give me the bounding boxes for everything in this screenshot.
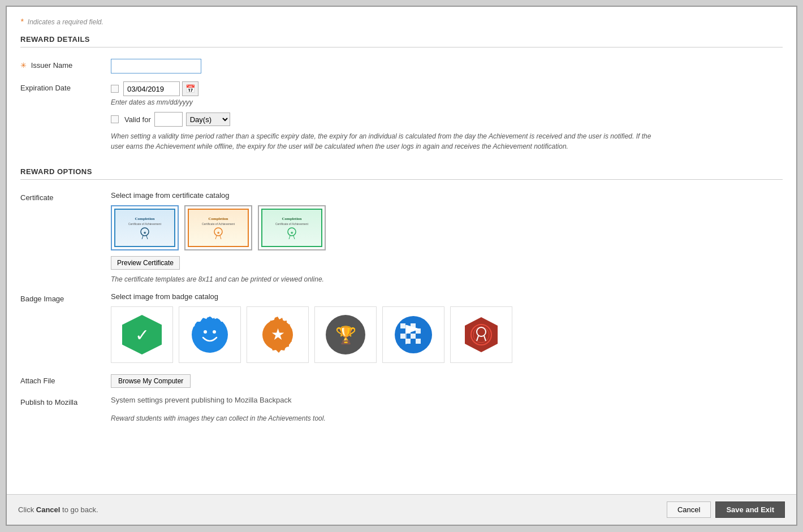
cancel-button[interactable]: Cancel <box>667 501 711 518</box>
badge-image-row: Badge Image Select image from badge cata… <box>20 292 783 363</box>
certificate-note: The certificate templates are 8x11 and c… <box>111 275 783 283</box>
footer-note: Click Cancel to go back. <box>18 505 98 514</box>
certificate-blue[interactable]: Completion Certificate of Achievement ★ <box>111 205 179 250</box>
badge-image-controls: Select image from badge catalog ✓ <box>111 292 783 363</box>
svg-rect-25 <box>400 328 405 334</box>
attach-file-row: Attach File Browse My Computer <box>20 374 783 388</box>
svg-marker-38 <box>465 317 498 352</box>
badge-images-list: ✓ <box>111 306 783 363</box>
svg-rect-32 <box>416 334 421 339</box>
publish-mozilla-controls: System settings prevent publishing to Mo… <box>111 396 783 404</box>
svg-rect-21 <box>400 323 405 328</box>
attach-file-label: Attach File <box>20 374 111 385</box>
valid-for-input[interactable] <box>154 112 183 127</box>
date-hint: Enter dates as mm/dd/yyyy <box>111 98 783 106</box>
svg-text:★: ★ <box>217 231 220 235</box>
svg-rect-24 <box>416 323 421 328</box>
svg-rect-31 <box>411 334 416 339</box>
issuer-required-star: ✳ <box>20 61 27 70</box>
badge-trophy-thumb[interactable]: 🏆 <box>314 306 377 363</box>
expiration-date-label: Expiration Date <box>20 81 111 92</box>
svg-rect-36 <box>416 339 421 344</box>
required-star-icon: * <box>20 17 23 26</box>
svg-line-11 <box>293 236 295 239</box>
publish-mozilla-row: Publish to Mozilla System settings preve… <box>20 396 783 406</box>
expiration-date-checkbox[interactable] <box>111 85 119 93</box>
calendar-icon-button[interactable]: 📅 <box>182 81 198 96</box>
ribbon-green-svg: ★ <box>287 227 297 239</box>
svg-rect-29 <box>400 334 405 339</box>
svg-line-10 <box>289 236 290 239</box>
expiration-date-input[interactable]: 03/04/2019 <box>123 81 180 96</box>
certificate-label: Certificate <box>20 191 111 202</box>
certificate-select-text: Select image from certificate catalog <box>111 191 783 200</box>
issuer-name-row: ✳ Issuer Name <box>20 59 783 73</box>
badge-smiley-thumb[interactable] <box>179 306 241 363</box>
reward-options-title: REWARD OPTIONS <box>20 167 783 180</box>
issuer-name-control <box>111 59 783 73</box>
issuer-name-label: ✳ Issuer Name <box>20 59 111 70</box>
badge-select-text: Select image from badge catalog <box>111 292 783 301</box>
publish-mozilla-label: Publish to Mozilla <box>20 396 111 406</box>
valid-for-unit-select[interactable]: Day(s) Week(s) Month(s) Year(s) <box>186 113 230 126</box>
certificate-green[interactable]: Completion Certificate of Achievement ★ <box>258 205 326 250</box>
badge-trophy-icon: 🏆 <box>326 315 365 354</box>
expiration-date-row: Expiration Date 03/04/2019 📅 Enter dates… <box>20 81 783 152</box>
certificate-images: Completion Certificate of Achievement ★ <box>111 205 783 250</box>
svg-text:★: ★ <box>143 231 146 235</box>
valid-for-checkbox[interactable] <box>111 115 119 123</box>
svg-point-15 <box>195 319 225 350</box>
expiration-date-control: 03/04/2019 📅 Enter dates as mm/dd/yyyy V… <box>111 81 783 152</box>
required-note: * Indicates a required field. <box>20 17 783 26</box>
badge-star-thumb[interactable]: ★ <box>247 306 309 363</box>
footer-buttons: Cancel Save and Exit <box>667 501 785 518</box>
footer-cancel-link[interactable]: Cancel <box>36 505 61 514</box>
attach-file-controls: Browse My Computer <box>111 374 783 388</box>
publish-mozilla-value: System settings prevent publishing to Mo… <box>111 396 783 404</box>
certificate-row: Certificate Select image from certificat… <box>20 191 783 283</box>
badge-flag-thumb[interactable] <box>382 306 444 363</box>
badge-smiley-icon <box>190 315 230 354</box>
browse-computer-button[interactable]: Browse My Computer <box>111 374 191 388</box>
validity-note: When setting a validity time period rath… <box>111 131 654 152</box>
certificate-controls: Select image from certificate catalog Co… <box>111 191 783 283</box>
cert-green-inner: Completion Certificate of Achievement ★ <box>261 209 322 247</box>
svg-rect-33 <box>400 339 405 344</box>
valid-for-label: Valid for <box>124 115 151 124</box>
certificate-orange[interactable]: Completion Certificate of Achievement ★ <box>184 205 252 250</box>
preview-certificate-button[interactable]: Preview Certificate <box>111 256 180 270</box>
badge-flag-icon <box>394 315 433 354</box>
svg-line-2 <box>142 236 143 239</box>
badge-checkmark-icon: ✓ <box>122 315 162 354</box>
svg-line-7 <box>220 236 221 239</box>
badge-ribbon-thumb[interactable] <box>450 306 512 363</box>
svg-line-6 <box>215 236 217 239</box>
svg-point-17 <box>213 330 216 334</box>
svg-point-16 <box>204 330 207 334</box>
cert-orange-inner: Completion Certificate of Achievement ★ <box>188 209 249 247</box>
svg-text:★: ★ <box>290 231 293 235</box>
badge-checkmark-thumb[interactable]: ✓ <box>111 306 173 363</box>
svg-rect-35 <box>411 339 416 344</box>
ribbon-orange-svg: ★ <box>213 227 223 239</box>
reward-details-title: REWARD DETAILS <box>20 35 783 47</box>
save-and-exit-button[interactable]: Save and Exit <box>715 501 785 518</box>
valid-for-row: Valid for Day(s) Week(s) Month(s) Year(s… <box>111 112 783 127</box>
cert-blue-inner: Completion Certificate of Achievement ★ <box>114 209 175 247</box>
footer-bar: Click Cancel to go back. Cancel Save and… <box>7 494 796 525</box>
reward-students-note: Reward students with images they can col… <box>111 414 783 422</box>
issuer-name-input[interactable] <box>111 59 201 73</box>
main-container: * Indicates a required field. REWARD DET… <box>6 6 797 526</box>
badge-star-icon: ★ <box>258 315 297 354</box>
ribbon-blue-svg: ★ <box>140 227 150 239</box>
badge-image-label: Badge Image <box>20 292 111 303</box>
svg-line-3 <box>146 236 148 239</box>
svg-text:★: ★ <box>271 326 285 343</box>
badge-ribbon-icon <box>461 315 501 354</box>
